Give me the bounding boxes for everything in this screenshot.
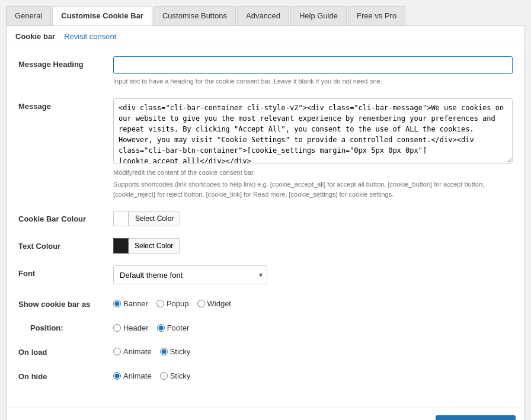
on-hide-control: Animate Sticky: [113, 368, 513, 380]
on-hide-sticky[interactable]: Sticky: [160, 371, 191, 380]
text-colour-swatch: [113, 238, 129, 254]
on-hide-label: On hide: [18, 368, 113, 381]
text-colour-row: Text Colour Select Color: [18, 238, 513, 254]
message-heading-hint: Input text to have a heading for the coo…: [113, 76, 513, 86]
panel-section-title: Cookie bar: [15, 32, 55, 41]
show-cookie-bar-widget[interactable]: Widget: [197, 299, 231, 308]
message-row: Message <div class="cli-bar-container cl…: [18, 98, 513, 200]
panel-header: Cookie bar Revisit consent: [7, 26, 524, 47]
tab-help-guide[interactable]: Help Guide: [290, 6, 347, 25]
on-load-animate[interactable]: Animate: [113, 347, 152, 356]
show-cookie-bar-widget-label: Widget: [207, 299, 231, 308]
position-header[interactable]: Header: [113, 323, 149, 332]
message-control: <div class="cli-bar-container cli-style-…: [113, 98, 513, 200]
message-label: Message: [18, 98, 113, 111]
show-cookie-bar-popup-radio[interactable]: [156, 300, 164, 307]
message-heading-row: Message Heading Input text to have a hea…: [18, 56, 513, 86]
message-textarea[interactable]: <div class="cli-bar-container cli-style-…: [113, 98, 513, 163]
on-load-control: Animate Sticky: [113, 344, 513, 356]
cookie-bar-colour-button[interactable]: Select Color: [129, 211, 180, 226]
font-row: Font Default theme font Arial Verdana Ge…: [18, 265, 513, 284]
tab-bar: General Customise Cookie Bar Customise B…: [6, 6, 525, 25]
tab-customise-cookie-bar[interactable]: Customise Cookie Bar: [52, 6, 152, 25]
on-load-animate-radio[interactable]: [113, 348, 121, 355]
font-select-wrap: Default theme font Arial Verdana Georgia…: [113, 265, 267, 284]
position-footer-label: Footer: [167, 323, 190, 332]
panel-body: Message Heading Input text to have a hea…: [7, 47, 524, 402]
show-cookie-bar-banner[interactable]: Banner: [113, 299, 148, 308]
message-hint1: Modify/edit the content of the cookie co…: [113, 168, 513, 178]
show-cookie-bar-as-row: Show cookie bar as Banner Popup: [18, 296, 513, 309]
on-hide-row: On hide Animate Sticky: [18, 368, 513, 381]
message-hint2: Supports shortcodes.(link shortcodes to …: [113, 179, 513, 199]
tab-advanced[interactable]: Advanced: [237, 6, 289, 25]
on-hide-animate[interactable]: Animate: [113, 371, 152, 380]
position-footer-radio[interactable]: [157, 324, 165, 332]
tab-customise-buttons[interactable]: Customise Buttons: [153, 6, 236, 25]
main-wrap: General Customise Cookie Bar Customise B…: [0, 0, 531, 420]
show-cookie-bar-banner-label: Banner: [123, 299, 148, 308]
show-cookie-bar-as-label: Show cookie bar as: [18, 296, 113, 309]
cookie-bar-colour-swatch: [113, 211, 129, 226]
on-hide-sticky-label: Sticky: [170, 371, 191, 380]
on-hide-animate-label: Animate: [123, 371, 152, 380]
show-cookie-bar-banner-radio[interactable]: [113, 300, 121, 307]
show-cookie-bar-popup-label: Popup: [167, 299, 189, 308]
show-cookie-bar-as-control: Banner Popup Widget: [113, 296, 513, 308]
text-colour-label: Text Colour: [18, 238, 113, 251]
cookie-bar-colour-picker: Select Color: [113, 211, 513, 226]
position-header-radio[interactable]: [113, 324, 121, 332]
on-load-row: On load Animate Sticky: [18, 344, 513, 357]
position-footer[interactable]: Footer: [157, 323, 190, 332]
cookie-bar-colour-control: Select Color: [113, 211, 513, 226]
position-row: Position: Header Footer: [18, 320, 513, 332]
revisit-consent-link[interactable]: Revisit consent: [64, 32, 116, 41]
cookie-bar-colour-row: Cookie Bar Colour Select Color: [18, 211, 513, 226]
cookie-bar-colour-label: Cookie Bar Colour: [18, 211, 113, 223]
position-label: Position:: [18, 320, 113, 332]
text-colour-control: Select Color: [113, 238, 513, 254]
message-heading-input[interactable]: [113, 56, 513, 74]
text-colour-picker: Select Color: [113, 238, 513, 254]
show-cookie-bar-radio-group: Banner Popup Widget: [113, 296, 513, 308]
on-load-sticky-radio[interactable]: [160, 348, 168, 355]
show-cookie-bar-popup[interactable]: Popup: [156, 299, 189, 308]
text-colour-button[interactable]: Select Color: [129, 238, 180, 254]
on-load-label: On load: [18, 344, 113, 357]
on-hide-radio-group: Animate Sticky: [113, 368, 513, 380]
position-radio-group: Header Footer: [113, 320, 513, 332]
main-panel: Cookie bar Revisit consent Message Headi…: [6, 25, 525, 420]
font-select[interactable]: Default theme font Arial Verdana Georgia…: [113, 265, 267, 284]
tab-general[interactable]: General: [6, 6, 51, 25]
show-cookie-bar-widget-radio[interactable]: [197, 300, 205, 307]
position-control: Header Footer: [113, 320, 513, 332]
on-hide-sticky-radio[interactable]: [160, 372, 168, 380]
on-load-radio-group: Animate Sticky: [113, 344, 513, 356]
on-load-animate-label: Animate: [123, 347, 152, 356]
font-control: Default theme font Arial Verdana Georgia…: [113, 265, 513, 284]
font-label: Font: [18, 265, 113, 278]
on-hide-animate-radio[interactable]: [113, 372, 121, 380]
update-settings-button[interactable]: Update Settings: [436, 415, 516, 420]
on-load-sticky[interactable]: Sticky: [160, 347, 191, 356]
tab-free-vs-pro[interactable]: Free vs Pro: [348, 6, 405, 25]
message-heading-control: Input text to have a heading for the coo…: [113, 56, 513, 86]
position-header-label: Header: [123, 323, 149, 332]
panel-footer: Update Settings: [7, 408, 524, 420]
message-heading-label: Message Heading: [18, 56, 113, 69]
on-load-sticky-label: Sticky: [170, 347, 191, 356]
